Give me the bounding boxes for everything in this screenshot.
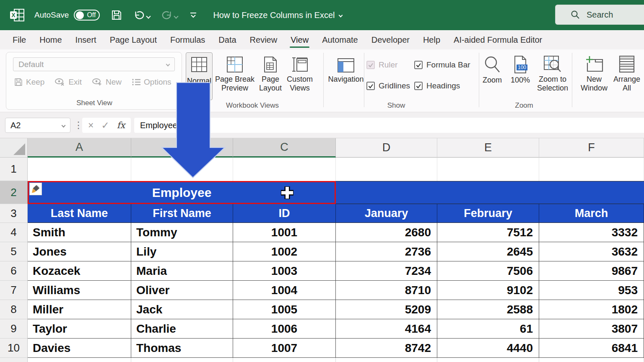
- formula-input[interactable]: Employee: [134, 118, 644, 133]
- header-id[interactable]: ID: [233, 204, 336, 223]
- name-box-chevron[interactable]: [62, 123, 66, 127]
- select-all-corner[interactable]: [0, 138, 28, 158]
- autosave-toggle[interactable]: Off: [74, 10, 100, 21]
- cell-february[interactable]: 2645: [437, 242, 539, 261]
- tab-ai-formula-editor[interactable]: AI-aided Formula Editor: [447, 30, 549, 49]
- cell-id[interactable]: 1001: [233, 223, 336, 242]
- search-input[interactable]: Search: [555, 5, 644, 25]
- navigation-button[interactable]: Navigation: [327, 58, 365, 84]
- cell-january[interactable]: 5209: [336, 300, 437, 319]
- cell-february[interactable]: 2588: [437, 300, 539, 319]
- cell-february[interactable]: 61: [437, 319, 539, 339]
- cell-id[interactable]: 1004: [233, 281, 336, 300]
- save-button[interactable]: [111, 9, 122, 21]
- new-window-button[interactable]: New Window: [578, 55, 610, 93]
- page-layout-button[interactable]: Page Layout: [257, 56, 283, 93]
- zoom-to-selection-button[interactable]: Zoom to Selection: [536, 55, 569, 93]
- header-march[interactable]: March: [539, 204, 644, 223]
- cell-last-name[interactable]: Jones: [28, 242, 131, 261]
- tab-home[interactable]: Home: [33, 30, 68, 49]
- arrange-all-button[interactable]: Arrange All: [613, 55, 641, 93]
- cell-id[interactable]: 1005: [233, 300, 336, 319]
- cell-first-name[interactable]: Lily: [131, 242, 233, 261]
- name-box[interactable]: A2: [5, 118, 70, 133]
- cell-id[interactable]: 1007: [233, 339, 336, 358]
- row-header-1[interactable]: 1: [0, 158, 28, 181]
- tab-developer[interactable]: Developer: [365, 30, 416, 49]
- cell-first-name[interactable]: Jack: [131, 300, 233, 319]
- cell-march[interactable]: 6841: [539, 339, 644, 358]
- cell-january[interactable]: 2736: [336, 242, 437, 261]
- cell-february[interactable]: 7512: [437, 223, 539, 242]
- column-header-e[interactable]: E: [437, 138, 539, 158]
- tab-insert[interactable]: Insert: [69, 30, 103, 49]
- cell-c1[interactable]: [233, 158, 336, 181]
- cell-d1[interactable]: [336, 158, 437, 181]
- row-header-10[interactable]: 10: [0, 339, 28, 358]
- tab-data[interactable]: Data: [212, 30, 243, 49]
- cancel-icon[interactable]: ×: [88, 121, 93, 130]
- cell-february[interactable]: 7506: [437, 261, 539, 281]
- gridlines-checkbox[interactable]: Gridlines: [366, 81, 410, 90]
- cell-february[interactable]: 9102: [437, 281, 539, 300]
- cell-f11[interactable]: [539, 358, 644, 362]
- cell-a1[interactable]: [28, 158, 131, 181]
- cell-last-name[interactable]: Williams: [28, 281, 131, 300]
- cell-c11[interactable]: [233, 358, 336, 362]
- tab-automate[interactable]: Automate: [315, 30, 365, 49]
- cell-a11[interactable]: [28, 358, 131, 362]
- cell-last-name[interactable]: Kozacek: [28, 261, 131, 281]
- column-header-a[interactable]: A: [28, 138, 131, 158]
- headings-checkbox[interactable]: Headings: [414, 81, 460, 90]
- title-dropdown-chevron[interactable]: [338, 13, 343, 17]
- formula-bar-handle[interactable]: ⋮: [74, 120, 83, 131]
- customize-toolbar-button[interactable]: [189, 10, 198, 20]
- undo-button[interactable]: [133, 10, 150, 21]
- enter-icon[interactable]: ✓: [101, 121, 109, 130]
- cell-last-name[interactable]: Smith: [28, 223, 131, 242]
- cell-last-name[interactable]: Davies: [28, 339, 131, 358]
- tab-review[interactable]: Review: [243, 30, 284, 49]
- cell-january[interactable]: 4164: [336, 319, 437, 339]
- cell-last-name[interactable]: Taylor: [28, 319, 131, 339]
- row-header-6[interactable]: 6: [0, 261, 28, 281]
- column-header-d[interactable]: D: [336, 138, 437, 158]
- column-header-c[interactable]: C: [233, 138, 336, 158]
- document-title[interactable]: How to Freeze Columns in Excel: [213, 10, 342, 20]
- cell-e1[interactable]: [437, 158, 539, 181]
- cell-last-name[interactable]: Miller: [28, 300, 131, 319]
- cell-march[interactable]: 3332: [539, 223, 644, 242]
- cell-id[interactable]: 1002: [233, 242, 336, 261]
- row-header-3[interactable]: 3: [0, 204, 28, 223]
- page-break-preview-button[interactable]: Page Break Preview: [215, 56, 255, 93]
- cell-march[interactable]: 1802: [539, 300, 644, 319]
- tab-formulas[interactable]: Formulas: [164, 30, 212, 49]
- cell-march[interactable]: 3807: [539, 319, 644, 339]
- cell-f1[interactable]: [539, 158, 644, 181]
- cell-march[interactable]: 3632: [539, 242, 644, 261]
- cell-january[interactable]: 7234: [336, 261, 437, 281]
- cell-b1[interactable]: [131, 158, 233, 181]
- cell-id[interactable]: 1003: [233, 261, 336, 281]
- header-first-name[interactable]: First Name: [131, 204, 233, 223]
- cell-d11[interactable]: [336, 358, 437, 362]
- column-header-f[interactable]: F: [539, 138, 644, 158]
- row-header-4[interactable]: 4: [0, 223, 28, 242]
- tab-file[interactable]: File: [6, 30, 33, 49]
- header-february[interactable]: February: [437, 204, 539, 223]
- row-header-7[interactable]: 7: [0, 281, 28, 300]
- cell-january[interactable]: 8742: [336, 339, 437, 358]
- cell-id[interactable]: 1006: [233, 319, 336, 339]
- tab-view[interactable]: View: [284, 30, 315, 49]
- cell-march[interactable]: 9867: [539, 261, 644, 281]
- row-header-11[interactable]: [0, 358, 28, 362]
- tab-help[interactable]: Help: [416, 30, 447, 49]
- cell-first-name[interactable]: Tommy: [131, 223, 233, 242]
- cell-march[interactable]: 953: [539, 281, 644, 300]
- cell-e11[interactable]: [437, 358, 539, 362]
- tab-page-layout[interactable]: Page Layout: [103, 30, 164, 49]
- formula-bar-checkbox[interactable]: Formula Bar: [414, 60, 470, 70]
- row-header-9[interactable]: 9: [0, 319, 28, 339]
- row2-blue-fill[interactable]: [336, 181, 644, 204]
- header-last-name[interactable]: Last Name: [28, 204, 131, 223]
